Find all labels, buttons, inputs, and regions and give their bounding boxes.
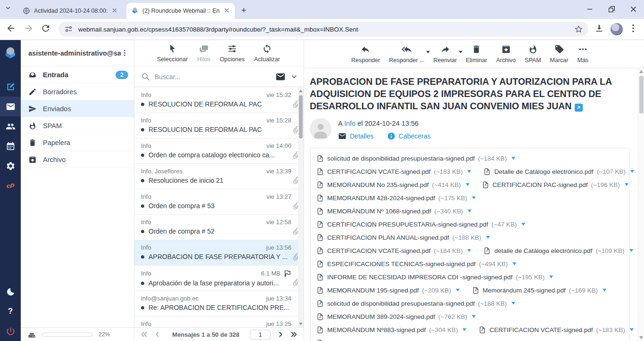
rail-calendar-icon[interactable]	[0, 136, 21, 156]
folder-item-borradores[interactable]: Borradores	[21, 83, 134, 100]
attachment-name[interactable]: ESPECIFICACIONES TECNICAS-signed-signed.…	[327, 260, 476, 268]
attachment-menu-caret-icon[interactable]	[462, 328, 466, 331]
message-row[interactable]: Info vie 12:58 Orden de compra # 52	[134, 215, 304, 240]
list-scrollbar-thumb[interactable]	[299, 95, 303, 138]
scroll-up-icon[interactable]	[639, 70, 643, 73]
attachment-menu-caret-icon[interactable]	[512, 262, 516, 265]
attachment-item[interactable]: CERTIFICACION PAC-signed.pdf (~196 KB)	[482, 181, 628, 189]
attachment-name[interactable]: solicitud de disponibilidad presupuestar…	[327, 300, 475, 307]
next-page-icon[interactable]	[276, 330, 285, 339]
dropdown-caret-icon[interactable]	[459, 51, 462, 53]
browser-profile-avatar[interactable]	[611, 23, 623, 35]
attachment-name[interactable]: detalle de Catálogo electrónico.pdf	[494, 247, 592, 254]
attachment-item[interactable]: Detalle de Catálogo electrónico.pdf (~10…	[483, 168, 634, 176]
search-icon[interactable]	[141, 72, 150, 81]
rail-compose-icon[interactable]	[0, 77, 21, 97]
browser-menu-icon[interactable]	[628, 23, 640, 35]
attachment-item[interactable]: ESPECIFICACIONES TECNICAS-signed-signed.…	[316, 260, 516, 268]
bookmark-star-icon[interactable]	[574, 24, 584, 34]
attachment-name[interactable]: INFORME DE NECESIDAD IMPRESORA CDI -sign…	[327, 274, 512, 281]
reload-icon[interactable]	[41, 23, 53, 35]
attachment-menu-caret-icon[interactable]	[512, 157, 515, 160]
url-text[interactable]: webmail.sanjuan.gob.ec/cpsess4163570888/…	[78, 26, 574, 33]
message-row[interactable]: Info vie 15:32 RESOLUCION DE REFORMA AL …	[134, 88, 304, 113]
rail-mail-icon[interactable]	[0, 97, 21, 116]
attachment-item[interactable]: MEMORANDUM No 235-signed.pdf (~414 KB)	[316, 181, 470, 189]
site-settings-icon[interactable]	[64, 24, 74, 34]
download-icon[interactable]	[594, 23, 606, 35]
attachment-item[interactable]: MEMORANDUM 195-signed.pdf (~209 KB)	[316, 286, 460, 294]
list-toolbar-seleccionar[interactable]: Seleccionar	[157, 44, 188, 63]
attachment-item[interactable]: CERTIFICACION VCATE-signed.pdf (~183 KB)	[479, 326, 633, 334]
search-options-chevron-icon[interactable]	[290, 73, 298, 81]
list-toolbar-actualizar[interactable]: Actualizar	[254, 44, 280, 63]
tab-close-icon[interactable]	[111, 7, 119, 15]
attachment-item[interactable]: Memorándum 245-signed.pdf (~169 KB)	[472, 286, 607, 294]
reader-toolbar-reenviar[interactable]: Reenviar	[433, 44, 457, 64]
last-page-icon[interactable]	[289, 330, 298, 339]
folder-item-entrada[interactable]: Entrada2	[21, 66, 134, 83]
tab-search-icon[interactable]	[5, 5, 11, 13]
attachment-menu-caret-icon[interactable]	[629, 249, 633, 252]
attachment-item[interactable]: CERTIFICACION PLAN ANUAL-signed.pdf (~18…	[316, 234, 490, 242]
attachment-menu-caret-icon[interactable]	[472, 196, 476, 199]
list-scrollbar[interactable]	[298, 88, 304, 327]
attachment-item[interactable]: CERTIFICACION VCATE-signed.pdf (~183 KB)	[316, 168, 471, 176]
attachment-item[interactable]: INFORME DE NECESIDAD IMPRESORA CDI -sign…	[316, 273, 553, 281]
rail-contacts-icon[interactable]	[0, 116, 21, 136]
attachment-name[interactable]: Detalle de Catálogo electrónico.pdf	[327, 340, 426, 341]
flag-icon[interactable]	[283, 269, 291, 277]
reader-toolbar-m-s[interactable]: Más	[577, 44, 588, 64]
folder-item-spam[interactable]: SPAM	[21, 117, 134, 134]
attachment-name[interactable]: CERTIFICACION PRESUPUESTARIA-signed-sign…	[327, 221, 488, 228]
minimize-button[interactable]	[579, 0, 601, 18]
attachment-menu-caret-icon[interactable]	[549, 276, 553, 278]
cpanel-icon[interactable]: cP	[0, 176, 21, 195]
prev-page-icon[interactable]	[153, 330, 162, 339]
attachment-menu-caret-icon[interactable]	[512, 302, 515, 305]
reader-toolbar-responder[interactable]: Responder	[351, 44, 380, 64]
list-toolbar-hilos[interactable]: Hilos	[197, 44, 210, 63]
attachment-menu-caret-icon[interactable]	[603, 289, 606, 292]
attachment-name[interactable]: Detalle de Catálogo electrónico.pdf	[494, 168, 593, 175]
account-menu-icon[interactable]	[121, 49, 129, 57]
moon-icon[interactable]	[0, 282, 21, 301]
attachment-name[interactable]: MEMORANDUM No 235-signed.pdf	[327, 181, 429, 188]
attachment-name[interactable]: solicitud de disponibilidad presupuestar…	[327, 155, 475, 162]
attachment-name[interactable]: MEMORÁNDUM Nº 1068-signed.pdf	[327, 208, 431, 215]
attachment-item[interactable]: MEMORÁNDUM Nº883-signed.pdf (~304 KB)	[316, 326, 466, 334]
attachment-menu-caret-icon[interactable]	[456, 289, 460, 292]
attachment-name[interactable]: CERTIFICACION VCATE-signed.pdf	[327, 168, 430, 175]
reader-toolbar-spam[interactable]: SPAM	[525, 44, 541, 64]
message-row[interactable]: Info 6.1 MB Aprobación de la fase prepar…	[134, 266, 304, 291]
browser-tab-roundcube[interactable]: (2) Roundcube Webmail :: Envia	[126, 3, 235, 19]
attachment-menu-caret-icon[interactable]	[466, 183, 470, 186]
attachment-menu-caret-icon[interactable]	[472, 315, 476, 318]
attachment-item[interactable]: Detalle de Catálogo electrónico.pdf (~10…	[316, 339, 467, 341]
reader-toolbar-marcar[interactable]: Marcar	[550, 44, 569, 64]
attachment-menu-caret-icon[interactable]	[467, 249, 471, 252]
message-row[interactable]: info@sanjuan.gob.ec jue 13:34 Re: APROBA…	[134, 291, 304, 317]
close-button[interactable]	[622, 0, 644, 18]
message-row[interactable]: Info vie 13:27 Orden de compra # 53	[134, 189, 304, 215]
attachment-item[interactable]: solicitud de disponibilidad presupuestar…	[316, 300, 515, 308]
search-input[interactable]	[155, 73, 271, 81]
search-scope-mail-icon[interactable]	[275, 72, 286, 82]
page-number-input[interactable]	[250, 330, 271, 340]
attachment-menu-caret-icon[interactable]	[467, 170, 471, 173]
details-toggle[interactable]: Detalles	[338, 132, 374, 140]
attachment-item[interactable]: solicitud de disponibilidad presupuestar…	[316, 154, 515, 162]
attachment-name[interactable]: CERTIFICACION VCATE-signed.pdf	[489, 326, 593, 333]
power-icon[interactable]	[0, 321, 21, 341]
message-row[interactable]: Info jue 13:25	[134, 317, 304, 327]
attachment-item[interactable]: MEMORANDUM 389-2024-signed.pdf (~762 KB)	[316, 313, 476, 321]
attachment-menu-caret-icon[interactable]	[630, 170, 634, 173]
sender-link[interactable]: Info	[344, 120, 355, 127]
reader-toolbar-archivo[interactable]: Archivo	[496, 44, 516, 64]
attachment-name[interactable]: Memorándum 245-signed.pdf	[483, 287, 566, 294]
headers-toggle[interactable]: Cabeceras	[387, 132, 431, 140]
list-toolbar-opciones[interactable]: Opciones	[220, 44, 245, 63]
attachment-menu-caret-icon[interactable]	[625, 183, 628, 186]
attachment-name[interactable]: MEMORANDUM 195-signed.pdf	[327, 287, 419, 294]
attachment-menu-caret-icon[interactable]	[468, 210, 471, 212]
